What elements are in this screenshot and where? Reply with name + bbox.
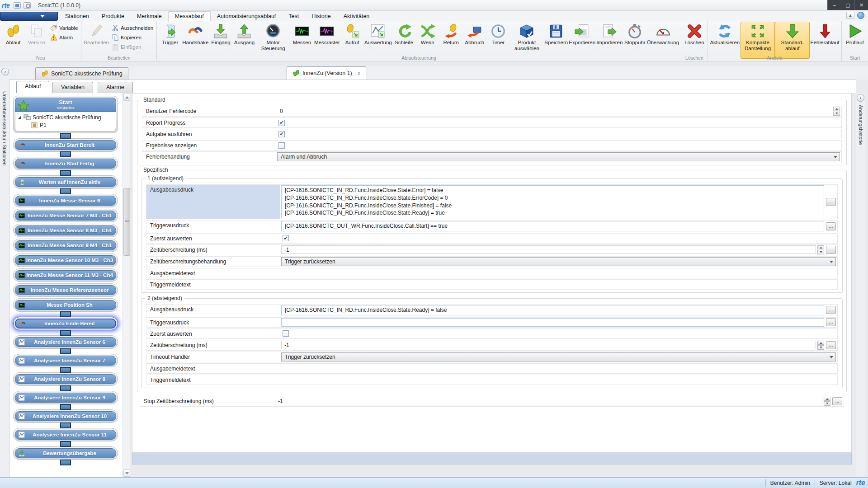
abbruch-button[interactable]: Abbruch	[463, 22, 486, 59]
report-progress-checkbox[interactable]: ✔	[278, 120, 285, 126]
s2-ausgabemeldetext-input[interactable]	[280, 364, 837, 373]
ausschneiden-button[interactable]: Ausschneiden	[110, 23, 155, 32]
s1-triggerausdruck-more-button[interactable]: ...	[826, 222, 836, 230]
aktualisieren-button[interactable]: Aktualisieren	[709, 22, 741, 59]
scroll-up-icon[interactable]	[123, 94, 130, 101]
stoppuhr-button[interactable]: Stoppuhr	[623, 22, 646, 59]
subtab-alarme[interactable]: Alarme	[98, 82, 133, 93]
schleife-button[interactable]: Schleife	[392, 22, 416, 59]
left-panel-strip[interactable]: Unternehmensstruktur / Stationen	[0, 80, 9, 477]
tree-expander-icon[interactable]	[18, 116, 21, 119]
flow-start-node[interactable]: Start <<Start>> SonicTC akustische Prüfu…	[13, 96, 118, 133]
messen-button[interactable]: Messen	[290, 22, 314, 59]
einfuegen-button[interactable]: Einfügen	[110, 42, 155, 51]
flow-node[interactable]: Analysiere InnenZu Sensor 7	[13, 354, 118, 367]
handshake-button[interactable]: Handshake	[182, 22, 209, 59]
collapse-left-panel-button[interactable]: ›	[1, 68, 9, 75]
s1-timeout-spinner[interactable]	[817, 245, 824, 254]
version-button[interactable]: Version	[25, 22, 48, 59]
fehlercode-spinner[interactable]	[833, 107, 840, 116]
standard-ablauf-button[interactable]: Standard- ablauf	[775, 22, 810, 59]
fehlerbehandlung-select[interactable]: Alarm und Abbruch	[277, 152, 840, 161]
app-menu-button[interactable]	[0, 12, 58, 21]
loeschen-button[interactable]: Löschen	[683, 22, 706, 59]
flow-node[interactable]: InnenZu Messe Sensor 9 M4 - Ch1	[13, 239, 118, 252]
stop-timeout-input[interactable]: -1	[275, 397, 822, 405]
tab-produkte[interactable]: Produkte	[95, 12, 131, 21]
s2-triggermeldetext-input[interactable]	[280, 375, 837, 385]
flow-connector[interactable]	[60, 170, 71, 176]
flow-connector[interactable]	[60, 330, 71, 336]
motor-steuerung-button[interactable]: Motor Steuerung	[256, 22, 290, 59]
flow-node-selected[interactable]: InnenZu Ende Bereit	[13, 317, 118, 330]
s1-ausgabeausdruck-more-button[interactable]: ...	[826, 198, 836, 206]
subtab-ablauf[interactable]: Ablauf	[16, 81, 49, 93]
s1-triggermeldetext-input[interactable]	[280, 280, 837, 289]
fehlercode-input[interactable]: 0	[277, 107, 832, 116]
collapse-right-panel-button[interactable]: ‹	[857, 94, 864, 102]
flow-connector[interactable]	[60, 404, 71, 410]
flow-node[interactable]: Analysiere InnenZu Sensor 8	[13, 372, 118, 386]
flow-connector[interactable]	[60, 460, 71, 465]
tab-messablauf[interactable]: Messablauf	[168, 11, 211, 21]
tab-aktivitaeten[interactable]: Aktivitäten	[337, 12, 376, 21]
trigger-button[interactable]: Trigger	[158, 22, 182, 59]
flow-node[interactable]: Analysiere InnenZu Sensor 9	[13, 391, 118, 404]
flow-node[interactable]: InnenZu Messe Sensor 11 M3 - Ch4	[13, 268, 118, 282]
flow-connector[interactable]	[60, 348, 71, 354]
s1-timeout-handler-select[interactable]: Trigger zurücksetzen	[281, 257, 836, 266]
s2-triggerausdruck-input[interactable]	[281, 318, 824, 327]
bearbeiten-button[interactable]: Bearbeiten	[83, 22, 110, 59]
exportieren-button[interactable]: Exportieren	[568, 22, 596, 59]
tab-automatisierungsablauf[interactable]: Automatisierungsablauf	[211, 12, 283, 21]
pruefllauf-button[interactable]: Prüflauf	[843, 22, 867, 59]
ausgang-button[interactable]: Ausgang	[232, 22, 256, 59]
variable-button[interactable]: Variable	[48, 23, 80, 32]
importieren-button[interactable]: Importieren	[596, 22, 623, 59]
s2-triggerausdruck-more-button[interactable]: ...	[826, 318, 836, 326]
s1-timeout-more-button[interactable]: ...	[826, 246, 836, 254]
flow-node[interactable]: InnenZu Start Fertig	[13, 157, 118, 170]
messraster-button[interactable]: Messraster	[314, 22, 340, 59]
doc-tab-sonictc[interactable]: SonicTC akustische Prüfung	[35, 67, 128, 80]
flow-node[interactable]: Bewertungsübergabe	[13, 446, 118, 460]
s1-timeout-input[interactable]: -1	[281, 245, 816, 254]
tab-stationen[interactable]: Stationen	[59, 12, 95, 21]
ablauf-button[interactable]: Ablauf	[1, 22, 25, 59]
wenn-button[interactable]: Wenn	[416, 22, 439, 59]
s2-timeout-input[interactable]: -1	[281, 341, 816, 349]
flow-scrollbar[interactable]	[123, 93, 130, 477]
close-tab-icon[interactable]: x	[358, 70, 360, 76]
scrollbar-thumb[interactable]	[123, 188, 130, 256]
flow-node[interactable]: InnenZu Messe Sensor 8 M3 - Ch4	[13, 224, 118, 237]
flow-node[interactable]: InnenZu Messe Sensor 6	[13, 194, 118, 207]
kopieren-button[interactable]: Kopieren	[110, 33, 155, 42]
s2-timeout-handler-select[interactable]: Trigger zurücksetzen	[281, 352, 836, 361]
flow-node[interactable]: Analysiere InnenZu Sensor 11	[13, 428, 118, 441]
s2-timeout-more-button[interactable]: ...	[826, 341, 836, 349]
s1-zuerst-checkbox[interactable]: ✔	[283, 235, 289, 241]
ergebnisse-checkbox[interactable]	[278, 142, 285, 149]
minimize-button[interactable]: –	[827, 0, 841, 10]
flow-connector[interactable]	[60, 441, 71, 447]
flow-connector[interactable]	[60, 367, 71, 373]
s2-zuerst-checkbox[interactable]	[283, 330, 289, 337]
aufruf-button[interactable]: Aufruf	[340, 22, 364, 59]
timer-button[interactable]: Timer	[486, 22, 510, 59]
collapse-ribbon-icon[interactable]: ▲	[846, 12, 854, 19]
help-icon[interactable]	[857, 12, 864, 19]
aufgabe-checkbox[interactable]: ✔	[278, 131, 285, 137]
scroll-down-icon[interactable]	[123, 469, 130, 477]
quick-access-icon-2[interactable]	[24, 2, 31, 9]
flow-connector[interactable]	[60, 133, 71, 139]
s2-ausgabeausdruck-more-button[interactable]: ...	[826, 306, 836, 314]
kompakte-darstellung-button[interactable]: Kompakte Darstellung	[741, 22, 775, 59]
subtab-variablen[interactable]: Variablen	[52, 82, 93, 93]
flow-connector[interactable]	[60, 188, 71, 194]
alarm-button[interactable]: Alarm	[48, 33, 80, 42]
flow-node[interactable]: Analysiere InnenZu Sensor 6	[13, 335, 118, 349]
flow-connector[interactable]	[60, 151, 71, 157]
flow-node[interactable]: InnenZu Start Bereit	[13, 138, 118, 152]
stop-timeout-spinner[interactable]	[824, 397, 830, 406]
flow-node[interactable]: Warten auf InnenZu aktiv	[13, 175, 118, 189]
